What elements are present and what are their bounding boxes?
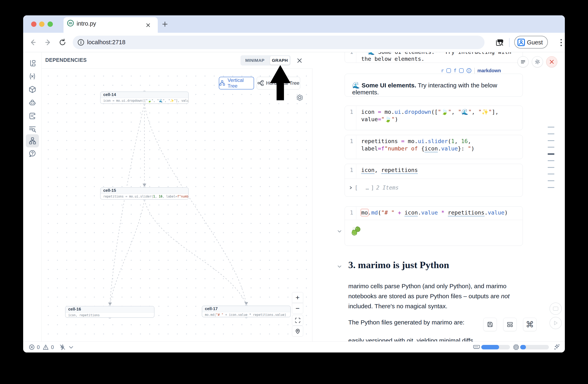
- traffic-minimize-button[interactable]: [39, 21, 44, 27]
- minimap-tick[interactable]: [548, 134, 554, 134]
- profile-button[interactable]: Guest: [514, 36, 548, 49]
- code-line[interactable]: the below elements.: [361, 56, 424, 62]
- code-line[interactable]: **🌊 Some UI elements.** Try interacting …: [361, 52, 511, 55]
- reload-icon[interactable]: [58, 38, 67, 46]
- toolbar-divider: [509, 38, 509, 47]
- graph-node-cell-14[interactable]: cell-14 icon = mo.ui.dropdown(["🍃", "🌊",…: [100, 92, 189, 104]
- config-divider: [474, 68, 475, 74]
- errors-icon[interactable]: [29, 344, 35, 350]
- chevron-down-icon[interactable]: [69, 346, 74, 349]
- traffic-zoom-button[interactable]: [47, 21, 53, 27]
- minimap-tab[interactable]: MINIMAP: [241, 55, 269, 65]
- minimap-tick[interactable]: [548, 147, 554, 148]
- ai-sparkle-icon[interactable]: [553, 344, 560, 351]
- tab-search-icon[interactable]: [495, 38, 504, 47]
- horizontal-tree-icon: [257, 80, 264, 86]
- cell-language-label[interactable]: markdown: [477, 68, 501, 74]
- fit-view-icon: [294, 317, 301, 323]
- code-line[interactable]: mo.md("# " + icon.value * repetitions.va…: [361, 210, 508, 216]
- line-number-gutter: 1: [345, 164, 356, 178]
- sidebar-item-outline[interactable]: [26, 122, 39, 135]
- zoom-in-button[interactable]: +: [292, 292, 303, 303]
- sidebar-item-ai-assistant[interactable]: [26, 96, 39, 110]
- code-cell-slider[interactable]: 1 repetitions = mo.ui.slider(1, 16, labe…: [345, 135, 523, 159]
- browser-tab[interactable]: m intro.py: [63, 17, 158, 33]
- sidebar-item-file-explorer[interactable]: [26, 57, 39, 70]
- sidebar-item-scratchpad[interactable]: [26, 110, 39, 123]
- view-toggle: MINIMAP GRAPH: [241, 55, 291, 65]
- minimap-tick[interactable]: [548, 187, 554, 188]
- warnings-icon[interactable]: [42, 344, 49, 350]
- node-code: icon, repetitions: [65, 313, 154, 318]
- graph-settings-icon[interactable]: [296, 94, 304, 102]
- line-number-gutter: 1: [345, 135, 356, 159]
- code-line[interactable]: icon, repetitions: [361, 167, 418, 173]
- code-line[interactable]: label=f"number of {icon.value}: "): [361, 145, 475, 152]
- traffic-close-button[interactable]: [31, 21, 37, 27]
- minimap-tick[interactable]: [548, 140, 554, 141]
- site-info-icon[interactable]: [77, 39, 84, 46]
- minimap-tick[interactable]: [548, 180, 554, 181]
- code-line[interactable]: value="🍃"): [361, 116, 398, 123]
- cell-divider: [345, 179, 523, 179]
- notebook-settings-button[interactable]: [532, 56, 543, 67]
- graph-node-cell-16[interactable]: cell-16 icon, repetitions: [65, 306, 154, 318]
- memory-usage-fill: [481, 345, 499, 349]
- shutdown-button[interactable]: [546, 56, 557, 67]
- graph-node-cell-15[interactable]: cell-15 repetitions = mo.ui.slider(1, 16…: [100, 187, 189, 200]
- expand-chevron-icon[interactable]: [349, 186, 353, 190]
- sidebar-item-variables[interactable]: [26, 70, 39, 83]
- browser-menu-icon[interactable]: [558, 38, 564, 47]
- code-cell-md-output[interactable]: 1 mo.md("# " + icon.value * repetitions.…: [345, 206, 523, 246]
- ellipsis: …: [366, 185, 369, 191]
- cpu-usage-fill: [520, 345, 526, 349]
- graph-tab[interactable]: GRAPH: [270, 56, 290, 65]
- run-all-button[interactable]: [549, 317, 562, 329]
- sidebar-item-packages[interactable]: [26, 83, 39, 96]
- sidebar-item-help[interactable]: [26, 147, 39, 160]
- code-line[interactable]: repetitions = mo.ui.slider(1, 16,: [361, 138, 471, 144]
- vertical-tree-label: Vertical Tree: [228, 77, 254, 89]
- minimap-tick-active[interactable]: [548, 154, 554, 154]
- notebook-menu-button[interactable]: [518, 56, 529, 67]
- minimap-tick[interactable]: [548, 167, 554, 168]
- layout-button[interactable]: [503, 318, 517, 331]
- collapse-chevron-icon[interactable]: [336, 228, 343, 234]
- graph-node-cell-17[interactable]: cell-17 mo.md("# " + icon.value * repeti…: [202, 306, 291, 317]
- minimap-tick[interactable]: [548, 160, 554, 161]
- sidebar-item-dependencies[interactable]: [26, 134, 39, 147]
- cell-info-icon[interactable]: [466, 68, 472, 73]
- md-editor-cell[interactable]: 1 **🌊 Some UI elements.** Try interactin…: [345, 52, 523, 63]
- minimap-tick[interactable]: [548, 173, 554, 174]
- connection-off-icon[interactable]: [59, 344, 66, 350]
- new-tab-button[interactable]: [162, 21, 168, 27]
- keyboard-shortcuts-button[interactable]: ⌘: [523, 318, 537, 331]
- reactive-toggle-label: r: [441, 68, 444, 73]
- section-chevron-icon[interactable]: [336, 263, 343, 269]
- md-output-bold: 🌊 Some UI elements.: [352, 82, 416, 89]
- code-cell-tuple[interactable]: 1 icon, repetitions [ … ] 2 Items: [345, 164, 523, 197]
- forward-icon[interactable]: [44, 38, 52, 46]
- minimap-tick[interactable]: [548, 127, 554, 128]
- section-heading: 3. marimo is just Python: [348, 259, 449, 270]
- vertical-tree-button[interactable]: Vertical Tree: [219, 77, 254, 89]
- fit-view-button[interactable]: [292, 315, 303, 326]
- frozen-toggle-checkbox[interactable]: [459, 68, 464, 73]
- stop-all-button[interactable]: [549, 303, 562, 315]
- reactive-toggle-checkbox[interactable]: [446, 68, 451, 73]
- zoom-out-button[interactable]: −: [292, 303, 303, 314]
- code-cell-dropdown[interactable]: 1 icon = mo.ui.dropdown(["🍃", "🌊", "✨"],…: [345, 106, 523, 130]
- tab-close-icon[interactable]: [146, 22, 151, 28]
- code-line[interactable]: icon = mo.ui.dropdown(["🍃", "🌊", "✨"],: [361, 109, 499, 115]
- close-icon: [549, 59, 554, 64]
- save-button[interactable]: [483, 318, 497, 331]
- cpu-icon[interactable]: [513, 344, 519, 350]
- memory-icon[interactable]: [473, 344, 480, 350]
- url-text[interactable]: localhost:2718: [87, 39, 126, 46]
- panel-close-icon[interactable]: [297, 58, 302, 63]
- horizontal-tree-button[interactable]: Horizontal Tree: [257, 77, 300, 89]
- locate-button[interactable]: [292, 326, 303, 337]
- back-icon[interactable]: [29, 38, 37, 46]
- url-bar[interactable]: localhost:2718: [73, 36, 484, 49]
- graph-canvas[interactable]: cell-14 icon = mo.ui.dropdown(["🍃", "🌊",…: [42, 69, 313, 341]
